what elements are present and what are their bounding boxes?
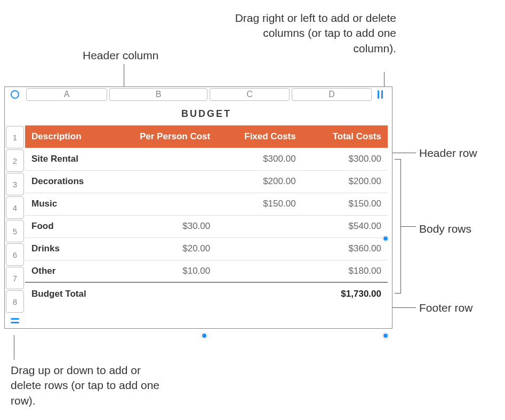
table-row[interactable]: Site Rental $300.00 $300.00 [25,148,388,170]
table-footer-row[interactable]: Budget Total $1,730.00 [25,282,388,305]
cell-per-person[interactable]: $10.00 [112,260,217,282]
cell-per-person[interactable] [112,148,217,170]
cell-per-person[interactable] [112,193,217,215]
circle-icon [11,90,19,99]
cell-per-person[interactable]: $20.00 [112,237,217,260]
header-total: Total Costs [302,125,388,148]
row-header-7[interactable]: 7 [6,267,24,289]
header-per-person: Per Person Cost [112,125,217,148]
cell-description[interactable]: Budget Total [25,282,112,305]
cell-total[interactable]: $150.00 [302,193,388,215]
table-header-row[interactable]: Description Per Person Cost Fixed Costs … [25,125,388,148]
table-row[interactable]: Drinks $20.00 $360.00 [25,237,388,260]
column-header-D[interactable]: D [292,88,372,101]
cell-fixed[interactable] [217,282,302,305]
callout-header-row: Header row [419,146,477,161]
leader-line [401,226,416,227]
cell-fixed[interactable] [217,260,302,282]
column-header-C[interactable]: C [210,88,290,101]
cell-description[interactable]: Decorations [25,170,112,193]
table-row[interactable]: Other $10.00 $180.00 [25,260,388,282]
cell-total[interactable]: $200.00 [302,170,388,193]
cell-description[interactable]: Music [25,193,112,215]
callout-body-rows: Body rows [419,221,471,236]
header-description: Description [25,125,112,148]
cell-per-person[interactable]: $30.00 [112,215,217,237]
cell-total[interactable]: $360.00 [302,237,388,260]
cell-fixed[interactable] [217,237,302,260]
cell-total[interactable]: $300.00 [302,148,388,170]
data-table: Description Per Person Cost Fixed Costs … [25,125,388,305]
selection-handle[interactable] [382,332,389,339]
cell-description[interactable]: Site Rental [25,148,112,170]
row-header-4[interactable]: 4 [6,196,24,219]
selection-handle[interactable] [201,332,207,339]
drag-columns-icon [378,90,383,99]
cell-per-person[interactable] [112,282,217,305]
cell-total[interactable]: $180.00 [302,260,388,282]
row-header-5[interactable]: 5 [6,220,24,242]
cell-fixed[interactable]: $150.00 [217,193,302,215]
selection-handle[interactable] [382,235,389,242]
cell-description[interactable]: Drinks [25,237,112,260]
bracket-body-rows [395,159,401,294]
table-row[interactable]: Food $30.00 $540.00 [25,215,388,237]
header-fixed: Fixed Costs [217,125,302,148]
spreadsheet-table: A B C D 1 2 3 4 5 6 7 8 BUDGET [4,86,392,329]
drag-rows-icon [11,318,19,323]
column-header-bar: A B C D [5,87,392,102]
leader-line [14,335,14,360]
row-header-1[interactable]: 1 [6,126,24,148]
column-header-B[interactable]: B [109,88,207,101]
callout-header-column: Header column [83,48,158,63]
cell-fixed[interactable] [217,215,302,237]
cell-total[interactable]: $540.00 [302,215,388,237]
table-select-handle[interactable] [5,87,25,102]
table-row[interactable]: Decorations $200.00 $200.00 [25,170,388,193]
cell-description[interactable]: Other [25,260,112,282]
add-row-handle[interactable] [5,313,25,328]
row-header-bar: 1 2 3 4 5 6 7 8 [5,102,25,328]
row-header-3[interactable]: 3 [6,173,24,195]
cell-description[interactable]: Food [25,215,112,237]
column-header-A[interactable]: A [26,88,107,101]
callout-add-columns: Drag right or left to add or delete colu… [231,11,396,56]
cell-per-person[interactable] [112,170,217,193]
cell-fixed[interactable]: $300.00 [217,148,302,170]
row-header-2[interactable]: 2 [6,149,24,172]
table-row[interactable]: Music $150.00 $150.00 [25,193,388,215]
cell-total[interactable]: $1,730.00 [302,282,388,305]
cell-fixed[interactable]: $200.00 [217,170,302,193]
table-title[interactable]: BUDGET [25,102,388,125]
row-header-8[interactable]: 8 [6,290,24,313]
add-column-handle[interactable] [373,87,388,102]
row-header-6[interactable]: 6 [6,243,24,266]
callout-add-rows: Drag up or down to add or delete rows (o… [11,363,171,408]
callout-footer-row: Footer row [419,300,472,315]
